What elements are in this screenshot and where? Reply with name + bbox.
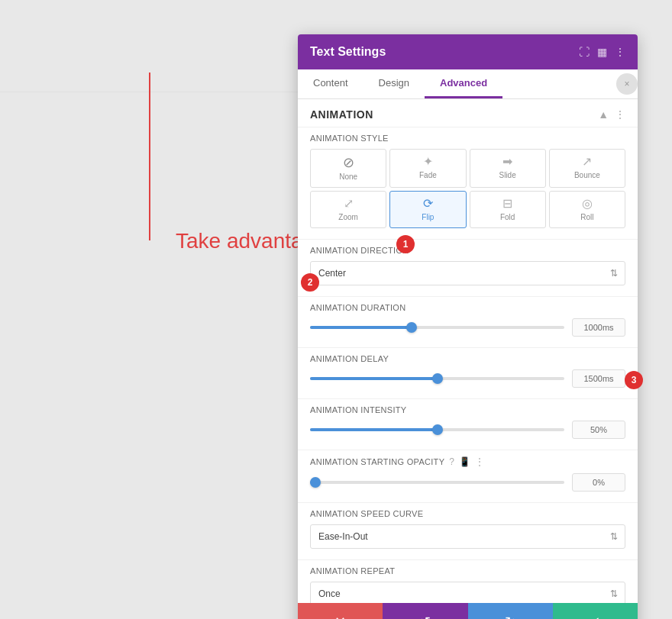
duration-thumb[interactable] — [406, 322, 417, 333]
animation-delay-group: Animation Delay — [298, 347, 638, 398]
duration-slider-wrapper — [310, 326, 564, 329]
horizontal-line — [0, 92, 302, 92]
anim-btn-roll[interactable]: ◎ Roll — [549, 191, 625, 228]
animation-delay-row — [310, 369, 625, 388]
opacity-device-icon[interactable]: 📱 — [459, 456, 470, 467]
fade-icon: ✦ — [423, 156, 433, 168]
duration-value[interactable] — [572, 318, 625, 337]
animation-speed-curve-select[interactable]: Ease-In-Out Linear Ease-In Ease-Out — [310, 524, 625, 549]
delay-track — [310, 377, 564, 380]
animation-repeat-label: Animation Repeat — [310, 566, 625, 575]
roll-icon: ◎ — [582, 198, 593, 210]
speed-curve-select-wrapper: Ease-In-Out Linear Ease-In Ease-Out ⇅ — [310, 524, 625, 549]
roll-label: Roll — [580, 213, 593, 221]
intensity-thumb[interactable] — [432, 424, 443, 435]
none-label: None — [339, 172, 357, 181]
animation-section-header: Animation ▲ ⋮ — [298, 99, 638, 127]
repeat-select-wrapper: Once Loop Infinite ⇅ — [310, 582, 625, 603]
animation-opacity-group: Animation Starting Opacity ? 📱 ⋮ — [298, 450, 638, 502]
step-badge-2: 2 — [301, 273, 319, 292]
delay-thumb[interactable] — [432, 373, 443, 384]
opacity-value[interactable] — [572, 473, 625, 492]
reset-icon: ↺ — [419, 614, 431, 619]
anim-btn-fade[interactable]: ✦ Fade — [389, 149, 466, 188]
header-icons: ⛶ ▦ ⋮ — [579, 46, 625, 58]
opacity-label-row: Animation Starting Opacity ? 📱 ⋮ — [310, 456, 625, 467]
reset-button[interactable]: ↺ — [383, 603, 467, 619]
columns-icon[interactable]: ▦ — [597, 46, 607, 58]
redo-icon: ↻ — [505, 614, 516, 619]
animation-speed-curve-group: Animation Speed Curve Ease-In-Out Linear… — [298, 502, 638, 559]
section-title: Animation — [310, 108, 373, 121]
animation-intensity-row — [310, 421, 625, 439]
animation-opacity-row — [310, 473, 625, 492]
animation-style-grid: ⊘ None ✦ Fade ➡ Slide ↗ Bounce ⤢ Zoom — [310, 149, 625, 228]
tab-advanced[interactable]: Advanced — [425, 69, 502, 98]
opacity-help-icon[interactable]: ? — [449, 456, 454, 467]
duration-fill — [310, 326, 412, 329]
animation-speed-curve-label: Animation Speed Curve — [310, 509, 625, 518]
section-icons: ▲ ⋮ — [598, 108, 625, 121]
duration-track — [310, 326, 564, 329]
fold-icon: ⊟ — [502, 198, 512, 210]
more-options-icon[interactable]: ⋮ — [615, 46, 625, 58]
none-icon: ⊘ — [343, 156, 354, 169]
flip-label: Flip — [422, 213, 434, 221]
delay-slider-wrapper — [310, 377, 564, 380]
cancel-button[interactable]: ✕ — [298, 603, 383, 619]
zoom-icon: ⤢ — [344, 198, 354, 210]
step-badge-1: 1 — [396, 235, 415, 253]
step-badge-3: 3 — [625, 371, 643, 389]
save-button[interactable]: ✓ — [553, 603, 638, 619]
fade-label: Fade — [419, 171, 437, 179]
fold-label: Fold — [500, 213, 515, 221]
canvas-text: Take advantag — [176, 229, 315, 253]
collapse-icon[interactable]: ▲ — [598, 108, 609, 121]
red-vertical-line — [149, 73, 150, 240]
settings-panel: Text Settings ⛶ ▦ ⋮ Content Design Advan… — [298, 34, 638, 619]
panel-title: Text Settings — [310, 45, 386, 59]
anim-btn-flip[interactable]: ⟳ Flip — [389, 191, 466, 228]
intensity-track — [310, 428, 564, 431]
zoom-label: Zoom — [338, 213, 358, 221]
anim-btn-bounce[interactable]: ↗ Bounce — [549, 149, 625, 188]
animation-repeat-select[interactable]: Once Loop Infinite — [310, 582, 625, 603]
animation-style-label: Animation Style — [310, 134, 625, 143]
anim-btn-zoom[interactable]: ⤢ Zoom — [310, 191, 386, 228]
animation-intensity-group: Animation Intensity — [298, 398, 638, 450]
animation-direction-label: Animation Direction — [310, 246, 625, 255]
tab-design[interactable]: Design — [363, 69, 425, 98]
opacity-track — [310, 481, 564, 484]
anim-btn-fold[interactable]: ⊟ Fold — [470, 191, 546, 228]
opacity-thumb[interactable] — [310, 477, 321, 488]
fullscreen-icon[interactable]: ⛶ — [579, 46, 590, 58]
delay-fill — [310, 377, 438, 380]
redo-button[interactable]: ↻ — [468, 603, 553, 619]
intensity-slider-wrapper — [310, 428, 564, 431]
animation-duration-row — [310, 318, 625, 337]
cancel-icon: ✕ — [334, 614, 346, 619]
animation-repeat-group: Animation Repeat Once Loop Infinite ⇅ — [298, 559, 638, 603]
animation-duration-group: Animation Duration — [298, 296, 638, 347]
flip-icon: ⟳ — [423, 198, 433, 210]
animation-direction-group: Animation Direction Center Top Bottom Le… — [298, 239, 638, 296]
slide-icon: ➡ — [502, 156, 512, 168]
animation-intensity-label: Animation Intensity — [310, 405, 625, 414]
intensity-fill — [310, 428, 438, 431]
anim-btn-none[interactable]: ⊘ None — [310, 149, 386, 188]
panel-body[interactable]: Animation ▲ ⋮ Animation Style ⊘ None ✦ F… — [298, 99, 638, 603]
bounce-icon: ↗ — [582, 156, 592, 168]
animation-duration-label: Animation Duration — [310, 303, 625, 312]
animation-direction-select[interactable]: Center Top Bottom Left Right — [310, 261, 625, 285]
close-button[interactable]: × — [616, 73, 638, 95]
delay-value[interactable] — [572, 369, 625, 388]
opacity-more-icon[interactable]: ⋮ — [475, 456, 484, 467]
bounce-label: Bounce — [574, 171, 600, 179]
panel-header: Text Settings ⛶ ▦ ⋮ — [298, 34, 638, 69]
animation-direction-select-wrapper: Center Top Bottom Left Right ⇅ — [310, 261, 625, 285]
anim-btn-slide[interactable]: ➡ Slide — [470, 149, 546, 188]
tab-content[interactable]: Content — [298, 69, 363, 98]
opacity-slider-wrapper — [310, 481, 564, 484]
section-more-icon[interactable]: ⋮ — [615, 108, 625, 121]
intensity-value[interactable] — [572, 421, 625, 439]
